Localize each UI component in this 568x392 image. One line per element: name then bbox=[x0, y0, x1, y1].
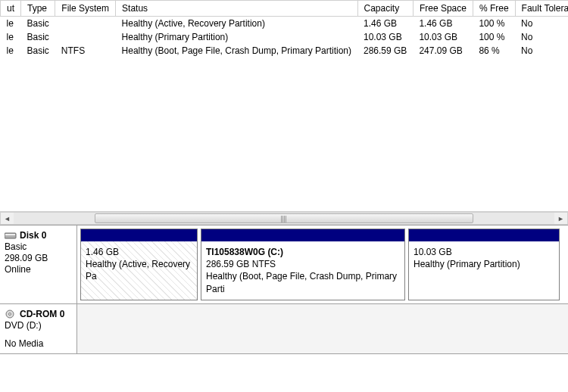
partition-status: Healthy (Active, Recovery Pa bbox=[86, 258, 192, 282]
column-header[interactable]: Type bbox=[21, 1, 55, 17]
cell-fault: No bbox=[515, 30, 568, 44]
cell-pct: 100 % bbox=[473, 30, 515, 44]
column-header[interactable]: Status bbox=[116, 1, 357, 17]
partition-name: TI105838W0G (C:) bbox=[206, 246, 400, 258]
cell-fault: No bbox=[515, 44, 568, 58]
column-header[interactable]: Free Space bbox=[413, 1, 473, 17]
cell-ut: le bbox=[1, 30, 21, 44]
cdrom-state: No Media bbox=[5, 338, 72, 349]
cell-type: Basic bbox=[21, 30, 55, 44]
cell-type: Basic bbox=[21, 44, 55, 58]
cell-fs bbox=[55, 17, 116, 31]
scroll-left-arrow[interactable]: ◄ bbox=[1, 213, 14, 224]
cell-fault: No bbox=[515, 17, 568, 31]
partition-status: Healthy (Primary Partition) bbox=[414, 258, 554, 270]
volumes-table: utTypeFile SystemStatusCapacityFree Spac… bbox=[0, 0, 568, 58]
cell-free: 1.46 GB bbox=[413, 17, 473, 31]
svg-rect-1 bbox=[5, 234, 15, 235]
cdrom-partitions bbox=[77, 304, 568, 353]
partition-header bbox=[81, 229, 197, 241]
cdrom-icon bbox=[5, 310, 17, 319]
column-header[interactable]: ut bbox=[1, 1, 21, 17]
cell-free: 247.09 GB bbox=[413, 44, 473, 58]
cell-status: Healthy (Active, Recovery Partition) bbox=[116, 17, 357, 31]
disk-0-label[interactable]: Disk 0 Basic 298.09 GB Online bbox=[0, 226, 77, 303]
column-header[interactable]: Fault Tolerance bbox=[515, 1, 568, 17]
cell-fs bbox=[55, 30, 116, 44]
svg-point-3 bbox=[9, 313, 11, 315]
table-row[interactable]: leBasicHealthy (Primary Partition)10.03 … bbox=[1, 30, 569, 44]
cell-free: 10.03 GB bbox=[413, 30, 473, 44]
partition[interactable]: 1.46 GBHealthy (Active, Recovery Pa bbox=[80, 229, 198, 300]
cdrom-title: CD-ROM 0 bbox=[20, 309, 64, 319]
cell-capacity: 286.59 GB bbox=[357, 44, 413, 58]
cdrom-label[interactable]: CD-ROM 0 DVD (D:) No Media bbox=[0, 304, 77, 353]
table-row[interactable]: leBasicHealthy (Active, Recovery Partiti… bbox=[1, 17, 569, 31]
partition-size: 1.46 GB bbox=[86, 246, 192, 258]
partition[interactable]: TI105838W0G (C:)286.59 GB NTFSHealthy (B… bbox=[201, 229, 405, 300]
partition-header bbox=[409, 229, 559, 241]
scroll-track[interactable] bbox=[14, 213, 554, 224]
cell-pct: 86 % bbox=[473, 44, 515, 58]
disk-0-state: Online bbox=[5, 264, 72, 275]
partition-header bbox=[201, 229, 404, 241]
partition-status: Healthy (Boot, Page File, Crash Dump, Pr… bbox=[206, 270, 400, 294]
partition-size: 286.59 GB NTFS bbox=[206, 258, 400, 270]
disk-icon bbox=[5, 231, 17, 240]
cell-status: Healthy (Boot, Page File, Crash Dump, Pr… bbox=[116, 44, 357, 58]
cell-status: Healthy (Primary Partition) bbox=[116, 30, 357, 44]
cdrom-type: DVD (D:) bbox=[5, 320, 72, 331]
disk-0-partitions: 1.46 GBHealthy (Active, Recovery PaTI105… bbox=[77, 226, 568, 303]
cell-capacity: 10.03 GB bbox=[357, 30, 413, 44]
scroll-thumb[interactable] bbox=[95, 213, 473, 223]
cell-ut: le bbox=[1, 17, 21, 31]
column-header[interactable]: Capacity bbox=[357, 1, 413, 17]
cdrom-row: CD-ROM 0 DVD (D:) No Media bbox=[0, 303, 568, 354]
disk-0-title: Disk 0 bbox=[20, 230, 46, 241]
table-row[interactable]: leBasicNTFSHealthy (Boot, Page File, Cra… bbox=[1, 44, 569, 58]
column-header[interactable]: File System bbox=[55, 1, 116, 17]
disk-0-size: 298.09 GB bbox=[5, 253, 72, 263]
volume-list-panel: utTypeFile SystemStatusCapacityFree Spac… bbox=[0, 0, 568, 212]
column-header[interactable]: % Free bbox=[473, 1, 515, 17]
disk-0-type: Basic bbox=[5, 241, 72, 252]
partition[interactable]: 10.03 GBHealthy (Primary Partition) bbox=[408, 229, 560, 300]
cell-type: Basic bbox=[21, 17, 55, 31]
partition-size: 10.03 GB bbox=[414, 246, 554, 258]
graphical-view: Disk 0 Basic 298.09 GB Online 1.46 GBHea… bbox=[0, 225, 568, 354]
cell-fs: NTFS bbox=[55, 44, 116, 58]
cell-pct: 100 % bbox=[473, 17, 515, 31]
cell-ut: le bbox=[1, 44, 21, 58]
disk-0-row: Disk 0 Basic 298.09 GB Online 1.46 GBHea… bbox=[0, 225, 568, 303]
scroll-right-arrow[interactable]: ► bbox=[554, 213, 567, 224]
cell-capacity: 1.46 GB bbox=[357, 17, 413, 31]
horizontal-scrollbar[interactable]: ◄ ► bbox=[0, 212, 568, 225]
